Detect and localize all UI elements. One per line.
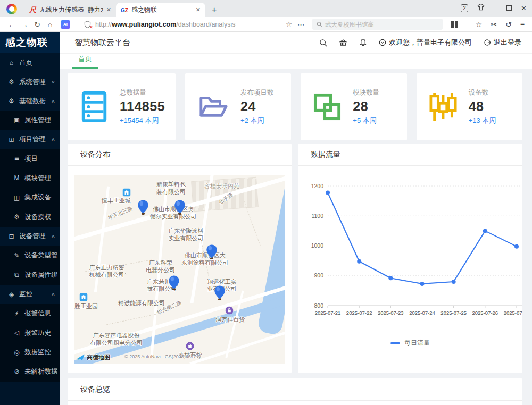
sidebar-item-alarm-info[interactable]: ⚡报警信息 — [0, 304, 60, 324]
undo-icon[interactable]: ↺ — [505, 20, 512, 29]
data-flow-title: 数据流量 — [298, 144, 522, 166]
logout-button[interactable]: 退出登录 — [484, 38, 521, 47]
unparsed-icon: ⊘ — [13, 368, 21, 375]
page-tabbar: 首页 — [60, 53, 532, 69]
bookmark-star-icon[interactable]: ☆ — [280, 20, 297, 28]
map-brand-logo[interactable]: 高德地图 — [77, 353, 110, 361]
map-poi-label: 广东科荣 电器分公司 — [146, 259, 175, 274]
app-logo[interactable]: 感之物联 — [0, 32, 60, 53]
legend-line-marker — [390, 342, 400, 344]
page-header: 智慧物联云平台 欢迎您，普量电子有限公司 退出登录 — [60, 32, 532, 53]
sidebar-item-label: 设备授权 — [24, 213, 57, 222]
home-button[interactable]: ⌂ — [44, 20, 56, 29]
sidebar-item-monitor[interactable]: ◈监控∧ — [0, 285, 60, 304]
menu-icon[interactable]: ≡ — [520, 20, 525, 29]
map-poi-dot — [163, 259, 165, 261]
stat-value: 114855 — [120, 99, 165, 114]
sidebar-item-unparsed-data[interactable]: ⊘未解析数据 — [0, 362, 60, 382]
sidebar-item-attr-mgmt[interactable]: ▣属性管理 — [0, 111, 60, 130]
map-device-marker-1[interactable] — [137, 200, 148, 215]
new-tab-button[interactable]: + — [212, 5, 217, 15]
site-security-shield-icon[interactable]: ✕ — [84, 21, 91, 28]
tab2-close-icon[interactable]: ✕ — [196, 6, 201, 13]
sidebar-item-device-mgmt[interactable]: ⊡设备管理∧ — [0, 227, 60, 246]
refresh-button[interactable]: ↻ — [31, 20, 44, 29]
user-welcome[interactable]: 欢迎您，普量电子有限公司 — [379, 38, 472, 47]
address-bar[interactable]: ✕ http://www.puliangiot.com/dashboard/an… — [74, 20, 312, 29]
svg-text:2025-07-21: 2025-07-21 — [315, 310, 341, 316]
minimize-button[interactable]: – — [494, 4, 497, 12]
tab1-close-icon[interactable]: ✕ — [106, 6, 111, 13]
submenu-monitor: ⚡报警信息◁报警历史◎数据监控⊘未解析数据 — [0, 304, 60, 382]
sidebar-item-project[interactable]: ≣项目 — [0, 149, 60, 169]
map-device-marker-3[interactable] — [206, 244, 217, 260]
submenu-device-mgmt: ✎设备类型管理⧉设备属性绑定 — [0, 246, 60, 285]
tab-home[interactable]: 首页 — [72, 54, 98, 69]
map-device-marker-5[interactable] — [214, 285, 225, 301]
sidebar: 感之物联 ⌂首页⚙系统管理∨⚙基础数据∧▣属性管理⊞项目管理∧≣项目M模块管理◫… — [0, 32, 60, 405]
sidebar-item-alarm-history[interactable]: ◁报警历史 — [0, 323, 60, 343]
container-icon: ▣ — [13, 116, 21, 124]
map-device-marker-4[interactable] — [168, 275, 179, 291]
tool-icon: ✎ — [13, 252, 21, 259]
chart-legend[interactable]: 每日流量 — [301, 339, 519, 348]
map-poi-label: 广东正力精密 机械有限公司 — [89, 264, 124, 279]
svg-text:900: 900 — [314, 272, 323, 279]
stat-value: 24 — [240, 99, 274, 114]
sidebar-item-home[interactable]: ⌂首页 — [0, 53, 60, 72]
daily-flow-line-chart: 8009001000110012002025-07-212025-07-2220… — [301, 170, 522, 336]
close-window-button[interactable]: ✕ — [521, 4, 527, 12]
ai-assistant-button[interactable]: AI — [61, 20, 70, 29]
map-poi-label: 胜工业园 — [74, 303, 98, 310]
stat-texts: 发布项目数24+2 本周 — [240, 88, 274, 125]
header-search-icon[interactable] — [319, 39, 327, 47]
submenu-project-mgmt: ≣项目M模块管理◫集成设备⚙设备授权 — [0, 149, 60, 227]
map-poi-label: 容桂安乐阁苑 — [204, 183, 239, 190]
sidebar-item-label: 首页 — [19, 58, 57, 68]
svg-text:2025-07-24: 2025-07-24 — [409, 310, 435, 316]
svg-text:2025-07-23: 2025-07-23 — [378, 310, 404, 316]
map-poi-dot — [171, 180, 173, 182]
sidebar-item-project-mgmt[interactable]: ⊞项目管理∧ — [0, 130, 60, 149]
maximize-button[interactable] — [506, 5, 512, 11]
url-more-icon[interactable]: ⋯ — [297, 20, 312, 29]
svg-text:800: 800 — [314, 302, 323, 309]
tab-count-badge[interactable]: 2 — [461, 4, 468, 12]
sidebar-item-device-type-mgmt[interactable]: ✎设备类型管理 — [0, 246, 60, 266]
chevron-up-icon: ∧ — [51, 137, 55, 142]
sidebar-item-base-data[interactable]: ⚙基础数据∧ — [0, 91, 60, 111]
sidebar-item-device-attr-bind[interactable]: ⧉设备属性绑定 — [0, 265, 60, 285]
back-button[interactable]: ← — [5, 20, 18, 29]
browser-logo-icon[interactable] — [6, 4, 17, 14]
chevron-up-icon: ∧ — [51, 99, 55, 104]
device-overview-title: 设备总览 — [68, 378, 522, 401]
gear-icon: ⚙ — [13, 213, 21, 221]
forward-button[interactable]: → — [18, 20, 31, 29]
browser-search-box[interactable] — [312, 19, 443, 30]
sidebar-item-device-auth[interactable]: ⚙设备授权 — [0, 207, 60, 227]
sidebar-item-label: 数据监控 — [24, 348, 57, 357]
sidebar-item-integrated-device[interactable]: ◫集成设备 — [0, 188, 60, 208]
svg-text:2025-07-27: 2025-07-27 — [504, 310, 522, 316]
map-poi-label: 精进能源有限公司 — [118, 300, 165, 308]
browser-tab-active[interactable]: GZ 感之物联 ✕ — [116, 3, 205, 17]
stat-label: 模块数量 — [353, 88, 379, 97]
map-poi-label: 佛山市顺德区大 东润涂料有限公司 — [181, 252, 228, 267]
favorites-icon[interactable]: ☆ — [476, 20, 483, 29]
device-distribution-title: 设备分布 — [68, 144, 292, 166]
sidebar-item-data-monitor[interactable]: ◎数据监控 — [0, 343, 60, 362]
screenshot-scissors-icon[interactable]: ✂ — [491, 20, 497, 29]
skin-icon[interactable] — [477, 4, 485, 12]
device-map[interactable]: 高德地图 © 2025 AutoNavi - GS(2023)4677号 新康塑… — [74, 175, 285, 364]
browser-search-input[interactable] — [325, 21, 438, 28]
browser-tab-inactive[interactable]: 尺 无线压力传感器_静力水准仪_ ✕ — [24, 3, 116, 17]
notification-bell-icon[interactable] — [359, 38, 367, 47]
sidebar-item-system-mgmt[interactable]: ⚙系统管理∨ — [0, 72, 60, 91]
sidebar-menu: ⌂首页⚙系统管理∨⚙基础数据∧▣属性管理⊞项目管理∧≣项目M模块管理◫集成设备⚙… — [0, 53, 60, 382]
map-device-marker-2[interactable] — [174, 200, 185, 215]
sidebar-item-label: 监控 — [19, 290, 52, 299]
apps-grid-icon[interactable] — [451, 21, 458, 28]
sidebar-item-label: 设备属性绑定 — [24, 271, 57, 280]
sidebar-item-module-mgmt[interactable]: M模块管理 — [0, 168, 60, 188]
organization-bank-icon[interactable] — [339, 39, 347, 47]
